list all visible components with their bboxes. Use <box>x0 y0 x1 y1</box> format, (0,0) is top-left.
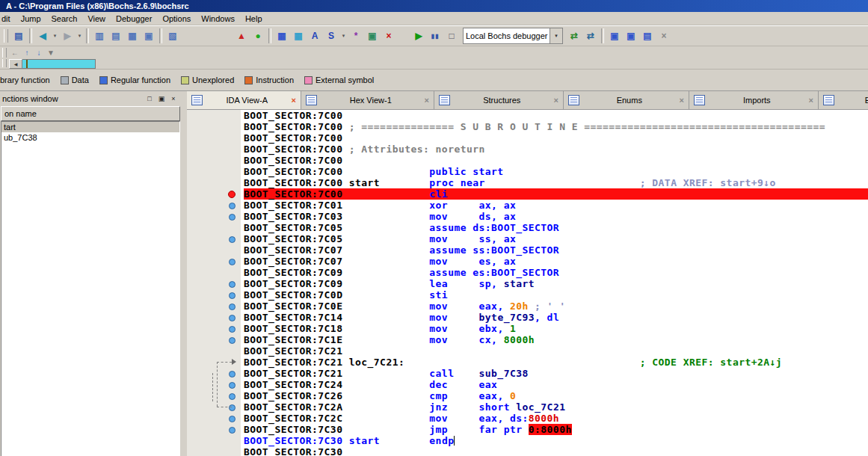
tab-exports[interactable]: Exports× <box>819 91 868 109</box>
stop-process-icon[interactable]: □ <box>443 28 460 43</box>
tab-structures[interactable]: Structures× <box>434 91 564 109</box>
nav-menu-icon[interactable]: ▼ <box>45 47 57 58</box>
menu-windows[interactable]: Windows <box>196 13 240 24</box>
asterisk-icon[interactable]: * <box>348 28 364 43</box>
asm-line[interactable]: BOOT_SECTOR:7C21 loc_7C21: ; CODE XREF: … <box>244 357 868 368</box>
breakpoint-dot[interactable] <box>229 427 236 434</box>
asm-line[interactable]: BOOT_SECTOR:7C21 call sub_7C38 <box>244 368 868 379</box>
asm-line[interactable]: BOOT_SECTOR:7C2A jnz short loc_7C21 <box>244 401 868 413</box>
asm-line[interactable]: BOOT_SECTOR:7C00 ; =============== S U B… <box>244 121 868 132</box>
asm-line[interactable]: BOOT_SECTOR:7C00 <box>244 110 868 121</box>
asm-line[interactable]: BOOT_SECTOR:7C30 jmp far ptr 0:8000h <box>244 424 868 435</box>
asm-line[interactable]: BOOT_SECTOR:7C00 start proc near ; DATA … <box>244 177 868 188</box>
window-3-icon[interactable]: ▦ <box>124 28 141 43</box>
panel-close-icon[interactable]: × <box>168 94 179 104</box>
jump-forward-icon[interactable]: ▶ <box>59 28 76 43</box>
asm-line[interactable]: BOOT_SECTOR:7C14 mov byte_7C93, dl <box>244 312 868 323</box>
breakpoint-dot[interactable] <box>229 326 236 333</box>
tab-close-icon[interactable]: × <box>425 96 429 105</box>
tab-close-icon[interactable]: × <box>680 96 684 105</box>
breakpoint-dot[interactable] <box>229 315 236 321</box>
asm-line[interactable]: BOOT_SECTOR:7C00 public start <box>244 166 868 177</box>
asm-line[interactable]: BOOT_SECTOR:7C03 mov ds, ax <box>244 211 868 222</box>
asm-line[interactable]: BOOT_SECTOR:7C00 <box>244 132 868 144</box>
menu-search[interactable]: Search <box>46 13 83 24</box>
close-gray-icon[interactable]: × <box>656 28 672 43</box>
asm-line[interactable]: BOOT_SECTOR:7C00 <box>244 155 868 166</box>
green-circle-icon[interactable]: ● <box>250 28 266 43</box>
debugger-select[interactable]: Local Bochs debugger▼ <box>463 28 563 44</box>
tab-hex-view-1[interactable]: Hex View-1× <box>301 91 434 109</box>
step-over-icon[interactable]: ⇄ <box>582 28 599 43</box>
tab-close-icon[interactable]: × <box>554 96 558 105</box>
window-plus-icon[interactable]: ▤ <box>639 28 656 43</box>
menu-jump[interactable]: Jump <box>16 13 46 24</box>
step-into-icon[interactable]: ⇄ <box>566 28 582 43</box>
function-name-column-header[interactable]: on name <box>1 106 180 121</box>
asm-line[interactable]: BOOT_SECTOR:7C00 cli <box>244 188 868 200</box>
save-icon[interactable]: ▤ <box>10 28 27 43</box>
grid-2-icon[interactable]: ▦ <box>290 28 307 43</box>
window-add-icon[interactable]: ▣ <box>623 28 639 43</box>
start-process-icon[interactable]: ▶ <box>410 28 427 43</box>
menu-help[interactable]: Help <box>240 13 268 24</box>
function-list-item[interactable]: ub_7C38 <box>1 132 179 143</box>
tab-enums[interactable]: Enums× <box>564 91 689 109</box>
window-1-icon[interactable]: ▥ <box>91 28 108 43</box>
disassembly-code-area[interactable]: BOOT_SECTOR:7C00BOOT_SECTOR:7C00 ; =====… <box>241 110 868 456</box>
asm-line[interactable]: BOOT_SECTOR:7C2C mov eax, ds:8000h <box>244 413 868 424</box>
menu-dit[interactable]: dit <box>0 13 16 24</box>
asm-line[interactable]: BOOT_SECTOR:7C1E mov cx, 8000h <box>244 334 868 345</box>
nav-up-icon[interactable]: ↑ <box>21 47 33 58</box>
breakpoint-dot[interactable] <box>229 214 236 221</box>
panel-restore-icon[interactable]: □ <box>144 94 155 104</box>
asm-line[interactable]: BOOT_SECTOR:7C30 start endp <box>244 435 868 446</box>
asm-line[interactable]: BOOT_SECTOR:7C09 lea sp, start <box>244 278 868 289</box>
breakpoint-dot[interactable] <box>229 281 236 288</box>
menu-options[interactable]: Options <box>157 13 196 24</box>
window-2-icon[interactable]: ▤ <box>108 28 124 43</box>
grid-1-icon[interactable]: ▦ <box>274 28 290 43</box>
window-4-icon[interactable]: ▣ <box>141 28 157 43</box>
s-menu-icon[interactable]: S <box>323 28 339 43</box>
jump-back-icon[interactable]: ◀ <box>34 28 51 43</box>
tab-close-icon[interactable]: × <box>292 96 296 105</box>
breakpoint-dot[interactable] <box>229 393 236 400</box>
breakpoint-dot[interactable] <box>229 203 236 209</box>
function-list-item[interactable]: tart <box>1 122 179 132</box>
asm-line[interactable]: BOOT_SECTOR:7C07 assume ss:BOOT_SECTOR <box>244 244 868 256</box>
breakpoint-dot[interactable] <box>229 304 236 310</box>
red-triangle-icon[interactable]: ▲ <box>233 28 250 43</box>
breakpoint-dot[interactable] <box>229 236 236 243</box>
chevron-down-icon[interactable]: ▼ <box>550 28 562 43</box>
nav-down-icon[interactable]: ↓ <box>33 47 45 58</box>
tab-ida-view-a[interactable]: IDA View-A× <box>187 91 301 109</box>
windows-list-icon[interactable]: ▧ <box>164 28 181 43</box>
current-instruction-dot[interactable] <box>228 191 236 198</box>
jump-back-menu-icon[interactable]: ▼ <box>51 28 59 43</box>
image-icon[interactable]: ▣ <box>364 28 381 43</box>
s-menu-dd-icon[interactable]: ▼ <box>339 28 348 43</box>
window-open-icon[interactable]: ▣ <box>606 28 623 43</box>
jump-forward-menu-icon[interactable]: ▼ <box>76 28 84 43</box>
tab-close-icon[interactable]: × <box>809 96 813 105</box>
navigation-band[interactable] <box>22 59 96 69</box>
asm-line[interactable]: BOOT_SECTOR:7C26 cmp eax, 0 <box>244 390 868 401</box>
asm-line[interactable]: BOOT_SECTOR:7C07 mov es, ax <box>244 256 868 267</box>
asm-line[interactable]: BOOT_SECTOR:7C0E mov eax, 20h ; ' ' <box>244 301 868 312</box>
breakpoint-dot[interactable] <box>229 382 236 389</box>
panel-float-icon[interactable]: ▣ <box>156 94 167 104</box>
asm-line[interactable]: BOOT_SECTOR:7C0D sti <box>244 289 868 301</box>
asm-line[interactable]: BOOT_SECTOR:7C18 mov ebx, 1 <box>244 323 868 334</box>
asm-line[interactable]: BOOT_SECTOR:7C00 ; Attributes: noreturn <box>244 144 868 155</box>
asm-line[interactable]: BOOT_SECTOR:7C24 dec eax <box>244 379 868 390</box>
navband-scroll-button[interactable]: ◀ <box>9 59 22 69</box>
asm-line[interactable]: BOOT_SECTOR:7C21 <box>244 345 868 357</box>
nav-prev-icon[interactable]: ← <box>9 47 21 58</box>
pause-process-icon[interactable]: ▮▮ <box>427 28 443 43</box>
menu-debugger[interactable]: Debugger <box>111 13 157 24</box>
tab-imports[interactable]: Imports× <box>689 91 819 109</box>
cancel-icon[interactable]: × <box>381 28 397 43</box>
asm-line[interactable]: BOOT_SECTOR:7C05 assume ds:BOOT_SECTOR <box>244 222 868 233</box>
asm-line[interactable]: BOOT_SECTOR:7C30 <box>244 446 868 456</box>
